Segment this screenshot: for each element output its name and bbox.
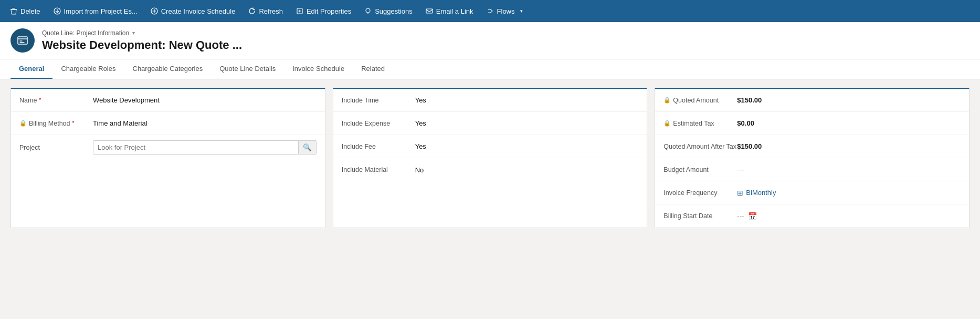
toolbar: Delete Import from Project Es... Create …	[0, 0, 980, 22]
include-fee-value: Yes	[415, 142, 639, 150]
estimated-tax-row: 🔒 Estimated Tax $0.00	[655, 112, 969, 135]
billing-start-date-row: Billing Start Date --- 📅	[655, 204, 969, 228]
estimated-tax-label: 🔒 Estimated Tax	[663, 120, 737, 127]
page-title: Website Development: New Quote ...	[42, 38, 242, 52]
name-label: Name *	[19, 97, 93, 104]
include-expense-row: Include Expense Yes	[333, 112, 647, 135]
entity-icon	[10, 28, 35, 53]
name-row: Name * Website Development	[11, 89, 325, 112]
tab-related[interactable]: Related	[353, 59, 393, 79]
billing-start-date-value: --- 📅	[737, 212, 961, 220]
estimated-tax-lock-icon: 🔒	[663, 120, 671, 127]
quoted-amount-after-tax-value: $150.00	[737, 142, 961, 150]
include-time-label: Include Time	[342, 97, 415, 104]
delete-icon	[9, 7, 18, 15]
include-fee-row: Include Fee Yes	[333, 135, 647, 158]
svg-point-5	[366, 8, 370, 13]
import-button[interactable]: Import from Project Es...	[48, 5, 143, 17]
include-fee-label: Include Fee	[342, 143, 415, 150]
quoted-amount-after-tax-label: Quoted Amount After Tax	[663, 143, 737, 150]
create-invoice-icon	[150, 7, 159, 15]
include-expense-value: Yes	[415, 119, 639, 127]
quoted-amount-after-tax-row: Quoted Amount After Tax $150.00	[655, 135, 969, 158]
billing-required-star: *	[72, 120, 75, 126]
include-material-row: Include Material No	[333, 158, 647, 181]
include-material-value: No	[415, 166, 639, 174]
billing-start-date-label: Billing Start Date	[663, 212, 737, 220]
quoted-amount-value: $150.00	[737, 96, 961, 104]
flows-icon	[486, 7, 494, 15]
tab-quote-line-details[interactable]: Quote Line Details	[211, 59, 284, 79]
breadcrumb-chevron: ▾	[132, 30, 135, 36]
budget-amount-row: Budget Amount ---	[655, 158, 969, 181]
include-material-label: Include Material	[342, 166, 415, 173]
middle-panel: Include Time Yes Include Expense Yes Inc…	[333, 88, 648, 228]
svg-rect-1	[12, 8, 15, 8]
flows-button[interactable]: Flows ▾	[481, 5, 531, 17]
billing-method-label: 🔒 Billing Method *	[19, 120, 93, 127]
budget-amount-value: ---	[737, 166, 961, 173]
suggestions-button[interactable]: Suggestions	[359, 5, 418, 17]
include-time-row: Include Time Yes	[333, 89, 647, 112]
tab-general[interactable]: General	[10, 59, 52, 79]
name-required-star: *	[39, 97, 41, 103]
right-panel: 🔒 Quoted Amount $150.00 🔒 Estimated Tax …	[655, 88, 970, 228]
project-search-wrapper: 🔍	[93, 140, 317, 155]
project-search-input[interactable]	[93, 141, 298, 154]
estimated-tax-value: $0.00	[737, 119, 961, 127]
budget-amount-label: Budget Amount	[663, 166, 737, 173]
main-content: Name * Website Development 🔒 Billing Met…	[0, 79, 980, 319]
include-expense-label: Include Expense	[342, 120, 415, 127]
edit-properties-icon	[296, 7, 304, 15]
project-search-button[interactable]: 🔍	[298, 141, 316, 154]
tab-invoice-schedule[interactable]: Invoice Schedule	[284, 59, 353, 79]
email-link-icon	[425, 7, 434, 15]
quoted-amount-lock-icon: 🔒	[663, 97, 671, 104]
tab-chargeable-categories[interactable]: Chargeable Categories	[124, 59, 212, 79]
refresh-button[interactable]: Refresh	[243, 5, 288, 17]
quoted-amount-row: 🔒 Quoted Amount $150.00	[655, 89, 969, 112]
invoice-frequency-link[interactable]: ⊞ BiMonthly	[737, 189, 961, 197]
email-link-button[interactable]: Email a Link	[420, 5, 479, 17]
create-invoice-button[interactable]: Create Invoice Schedule	[145, 5, 241, 17]
invoice-frequency-row: Invoice Frequency ⊞ BiMonthly	[655, 181, 969, 204]
invoice-frequency-grid-icon: ⊞	[737, 189, 743, 197]
form-panels: Name * Website Development 🔒 Billing Met…	[10, 88, 970, 228]
svg-rect-7	[18, 37, 27, 44]
header-text-block: Quote Line: Project Information ▾ Websit…	[42, 29, 242, 52]
left-panel: Name * Website Development 🔒 Billing Met…	[10, 88, 325, 228]
edit-properties-button[interactable]: Edit Properties	[290, 5, 356, 17]
page-header: Quote Line: Project Information ▾ Websit…	[0, 22, 980, 59]
invoice-frequency-value: ⊞ BiMonthly	[737, 189, 961, 197]
refresh-icon	[248, 7, 256, 15]
project-row: Project 🔍	[11, 135, 325, 160]
include-time-value: Yes	[415, 96, 639, 104]
project-search-icon: 🔍	[303, 143, 312, 151]
flows-chevron-icon: ▾	[518, 7, 526, 15]
billing-method-value: Time and Material	[93, 119, 317, 127]
breadcrumb: Quote Line: Project Information ▾	[42, 29, 242, 37]
invoice-frequency-label: Invoice Frequency	[663, 189, 737, 197]
billing-method-row: 🔒 Billing Method * Time and Material	[11, 112, 325, 135]
project-label: Project	[19, 144, 93, 151]
quoted-amount-label: 🔒 Quoted Amount	[663, 97, 737, 104]
import-icon	[53, 7, 61, 15]
billing-start-date-calendar-icon[interactable]: 📅	[748, 212, 757, 220]
tab-chargeable-roles[interactable]: Chargeable Roles	[52, 59, 124, 79]
name-value: Website Development	[93, 96, 317, 104]
svg-rect-6	[426, 9, 433, 13]
billing-method-lock-icon: 🔒	[19, 120, 27, 127]
tabs-bar: General Chargeable Roles Chargeable Cate…	[0, 59, 980, 79]
suggestions-icon	[364, 7, 372, 15]
delete-button[interactable]: Delete	[4, 5, 46, 17]
